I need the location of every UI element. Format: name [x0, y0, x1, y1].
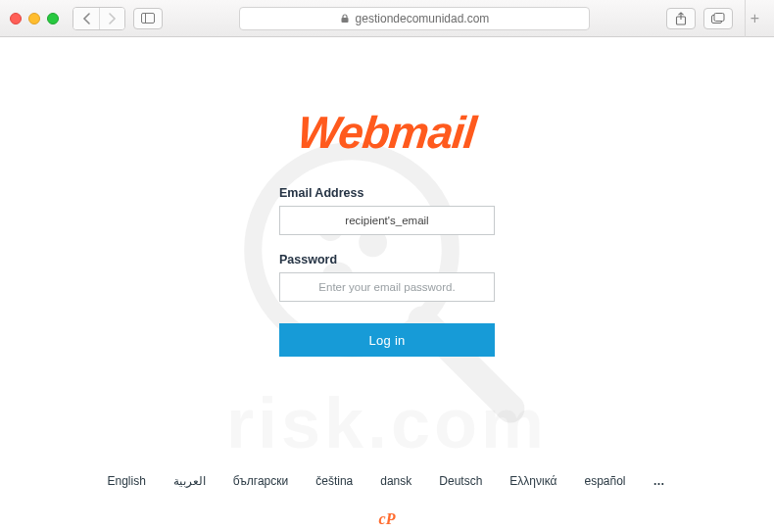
password-field[interactable]: [279, 272, 495, 302]
page-content: risk.com Webmail Email Address Password …: [0, 37, 774, 532]
address-text: gestiondecomunidad.com: [356, 12, 490, 25]
lang-option[interactable]: English: [107, 474, 145, 488]
window-controls: [10, 13, 59, 24]
password-label: Password: [279, 253, 495, 266]
login-form-container: Webmail Email Address Password Log in: [0, 37, 774, 357]
svg-rect-5: [714, 13, 724, 21]
address-bar[interactable]: gestiondecomunidad.com: [239, 7, 590, 30]
new-tab-button[interactable]: +: [745, 0, 764, 37]
lang-option[interactable]: български: [233, 474, 288, 488]
lang-option[interactable]: Ελληνικά: [509, 474, 556, 488]
footer: cP: [0, 510, 774, 528]
tabs-button[interactable]: [703, 8, 733, 29]
lang-option[interactable]: العربية: [173, 474, 206, 488]
email-label: Email Address: [279, 186, 495, 200]
svg-rect-0: [142, 14, 155, 24]
minimize-window-icon[interactable]: [28, 13, 40, 24]
lang-option[interactable]: dansk: [380, 474, 411, 488]
lang-option[interactable]: español: [584, 474, 625, 488]
webmail-logo: Webmail: [296, 106, 479, 159]
close-window-icon[interactable]: [10, 13, 22, 24]
lang-option[interactable]: čeština: [315, 474, 353, 488]
share-button[interactable]: [666, 8, 696, 29]
lang-more-button[interactable]: …: [653, 474, 667, 488]
language-selector: English العربية български čeština dansk …: [0, 474, 774, 488]
login-button[interactable]: Log in: [279, 323, 495, 357]
sidebar-button[interactable]: [133, 8, 163, 29]
forward-button[interactable]: [99, 8, 124, 29]
back-button[interactable]: [73, 8, 99, 29]
zoom-window-icon[interactable]: [47, 13, 59, 24]
svg-rect-2: [341, 18, 348, 23]
lock-icon: [340, 14, 350, 24]
browser-toolbar: gestiondecomunidad.com +: [0, 0, 774, 37]
nav-back-forward: [73, 7, 125, 30]
watermark-text: risk.com: [0, 383, 774, 463]
email-field[interactable]: [279, 206, 495, 235]
lang-option[interactable]: Deutsch: [439, 474, 482, 488]
cpanel-logo: cP: [379, 510, 396, 528]
